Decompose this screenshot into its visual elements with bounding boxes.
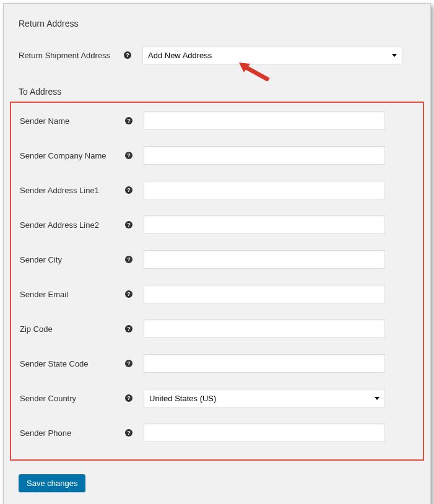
settings-panel: Return Address Return Shipment Address ?… (3, 3, 431, 504)
help-icon[interactable]: ? (125, 360, 132, 367)
help-icon[interactable]: ? (125, 186, 132, 194)
sender-company-row: Sender Company Name ? (20, 146, 414, 165)
sender-name-label: Sender Name (20, 116, 125, 126)
sender-addr2-row: Sender Address Line2 ? (20, 215, 414, 234)
zip-row: Zip Code ? (20, 319, 414, 338)
help-icon[interactable]: ? (125, 117, 132, 124)
zip-label: Zip Code (20, 324, 125, 334)
phone-input[interactable] (144, 424, 385, 442)
sender-addr2-input[interactable] (144, 215, 385, 234)
country-row: Sender Country ? United States (US) (20, 389, 414, 407)
state-row: Sender State Code ? (20, 354, 414, 373)
state-label: Sender State Code (20, 359, 125, 368)
sender-addr1-label: Sender Address Line1 (20, 186, 125, 195)
help-icon[interactable]: ? (125, 290, 132, 298)
help-icon[interactable]: ? (124, 51, 131, 59)
sender-name-input[interactable] (144, 111, 385, 130)
return-address-heading: Return Address (19, 19, 415, 28)
sender-city-label: Sender City (20, 255, 125, 264)
annotation-arrow-icon (238, 63, 271, 81)
sender-email-input[interactable] (144, 285, 385, 303)
sender-company-input[interactable] (144, 146, 385, 165)
return-shipment-row: Return Shipment Address ? Add New Addres… (19, 46, 415, 64)
country-label: Sender Country (20, 394, 125, 403)
sender-company-label: Sender Company Name (20, 151, 125, 160)
sender-addr1-input[interactable] (144, 181, 385, 199)
help-icon[interactable]: ? (125, 429, 132, 437)
zip-input[interactable] (144, 319, 385, 338)
sender-addr2-label: Sender Address Line2 (20, 220, 125, 230)
sender-name-row: Sender Name ? (20, 111, 414, 130)
help-icon[interactable]: ? (125, 325, 132, 332)
state-input[interactable] (144, 354, 385, 373)
help-icon[interactable]: ? (125, 221, 132, 228)
country-select[interactable]: United States (US) (144, 389, 385, 407)
phone-row: Sender Phone ? (20, 424, 414, 442)
help-icon[interactable]: ? (125, 256, 132, 263)
save-changes-button[interactable]: Save changes (19, 474, 85, 492)
return-shipment-label: Return Shipment Address (19, 51, 124, 60)
phone-label: Sender Phone (20, 428, 125, 438)
return-shipment-select[interactable]: Add New Address (142, 46, 402, 64)
sender-addr1-row: Sender Address Line1 ? (20, 181, 414, 199)
help-icon[interactable]: ? (125, 394, 132, 402)
sender-city-input[interactable] (144, 250, 385, 269)
help-icon[interactable]: ? (125, 152, 132, 159)
sender-city-row: Sender City ? (20, 250, 414, 269)
to-address-heading: To Address (19, 87, 415, 97)
to-address-highlight: Sender Name ? Sender Company Name ? Send… (10, 102, 424, 461)
sender-email-row: Sender Email ? (20, 285, 414, 303)
sender-email-label: Sender Email (20, 290, 125, 299)
